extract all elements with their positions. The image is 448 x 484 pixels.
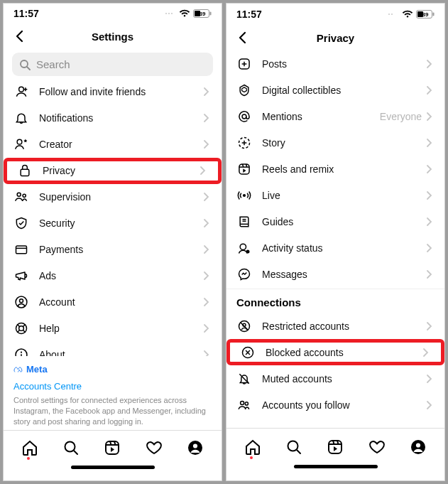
row-messages[interactable]: Messages: [226, 261, 444, 287]
row-label: Muted accounts: [262, 373, 426, 384]
row-label: Story: [262, 137, 426, 149]
row-supervision[interactable]: Supervision: [4, 184, 222, 210]
accounts-follow-icon: [236, 397, 252, 413]
nav-home-icon[interactable]: [243, 437, 263, 457]
section-header-connections: Connections: [226, 289, 444, 313]
privacy-list: PostsDigital collectiblesMentionsEveryon…: [226, 50, 444, 428]
row-help[interactable]: Help: [4, 316, 222, 342]
chevron-right-icon: [203, 139, 212, 149]
phone-settings: 11:57 39 Settings Search Follow and invi…: [3, 3, 222, 481]
row-posts[interactable]: Posts: [226, 50, 444, 77]
row-blocked-accounts[interactable]: Blocked accounts: [226, 339, 444, 365]
row-privacy[interactable]: Privacy: [4, 158, 222, 184]
row-story[interactable]: Story: [226, 129, 444, 156]
row-live[interactable]: Live: [226, 182, 444, 208]
chevron-right-icon: [426, 190, 435, 200]
row-guides[interactable]: Guides: [226, 208, 444, 235]
search-input[interactable]: Search: [12, 53, 213, 76]
phone-privacy: 11:57 39 Privacy PostsDigital collectibl…: [226, 3, 445, 481]
svg-point-27: [21, 352, 22, 353]
row-ads[interactable]: Ads: [4, 263, 222, 289]
home-indicator: [226, 465, 444, 480]
row-label: Messages: [262, 269, 426, 280]
search-icon: [19, 59, 31, 70]
row-payments[interactable]: Payments: [4, 237, 222, 263]
chevron-right-icon: [203, 244, 212, 254]
status-bar: 11:57 39: [4, 4, 222, 24]
nav-reels-icon[interactable]: [325, 437, 345, 457]
row-label: Ads: [39, 270, 203, 281]
lock-icon: [17, 163, 33, 178]
row-about[interactable]: About: [4, 342, 222, 356]
nav-search-icon[interactable]: [284, 437, 304, 457]
chevron-right-icon: [426, 138, 435, 148]
page-title: Settings: [4, 31, 222, 43]
row-follow-and-invite-friends[interactable]: Follow and invite friends: [4, 79, 222, 105]
row-mentions[interactable]: MentionsEveryone: [226, 103, 444, 129]
guides-icon: [236, 214, 252, 230]
row-creator[interactable]: Creator: [4, 131, 222, 158]
row-muted-accounts[interactable]: Muted accounts: [226, 365, 444, 392]
card-icon: [13, 242, 29, 257]
back-button[interactable]: [234, 28, 252, 47]
page-title: Privacy: [226, 32, 444, 44]
bottom-nav: [4, 430, 222, 466]
chevron-right-icon: [426, 112, 435, 122]
settings-list: Follow and invite friendsNotificationsCr…: [4, 79, 222, 356]
svg-point-46: [242, 114, 246, 119]
row-account[interactable]: Account: [4, 289, 222, 316]
nav-activity-icon[interactable]: [367, 437, 387, 457]
row-label: Restricted accounts: [262, 321, 426, 332]
row-label: Blocked accounts: [266, 347, 422, 358]
row-reels-and-remix[interactable]: Reels and remix: [226, 156, 444, 182]
svg-rect-5: [210, 12, 212, 16]
at-icon: [236, 109, 252, 124]
carrier-dots-icon: [388, 11, 399, 17]
svg-point-21: [19, 326, 24, 331]
svg-rect-71: [329, 441, 342, 453]
activity-status-icon: [236, 240, 252, 256]
clock: 11:57: [236, 9, 262, 20]
accounts-centre-link[interactable]: Accounts Centre: [13, 380, 212, 393]
chevron-right-icon: [426, 59, 435, 69]
back-button[interactable]: [11, 27, 29, 45]
supervision-icon: [13, 189, 29, 205]
svg-point-2: [171, 13, 173, 14]
row-label: Supervision: [39, 191, 203, 203]
chevron-right-icon: [422, 348, 431, 357]
svg-rect-13: [21, 170, 29, 176]
nav-activity-icon[interactable]: [144, 438, 164, 458]
svg-point-58: [240, 244, 246, 249]
row-digital-collectibles[interactable]: Digital collectibles: [226, 77, 444, 103]
battery-icon: 39: [193, 9, 212, 18]
svg-rect-16: [16, 246, 27, 254]
row-label: Security: [39, 217, 203, 229]
svg-point-67: [241, 401, 244, 404]
story-plus-icon: [236, 135, 252, 151]
status-icons: 39: [388, 10, 435, 18]
row-value: Everyone: [380, 111, 422, 122]
restricted-icon: [236, 318, 252, 334]
row-notifications[interactable]: Notifications: [4, 105, 222, 131]
row-accounts-you-follow[interactable]: Accounts you follow: [226, 392, 444, 418]
chevron-right-icon: [203, 87, 212, 97]
chevron-right-icon: [203, 297, 212, 307]
chevron-right-icon: [426, 269, 435, 279]
row-label: Follow and invite friends: [39, 86, 203, 97]
nav-home-icon[interactable]: [20, 438, 40, 458]
chevron-right-icon: [203, 113, 212, 123]
add-person-icon: [13, 84, 29, 100]
row-security[interactable]: Security: [4, 210, 222, 237]
row-restricted-accounts[interactable]: Restricted accounts: [226, 313, 444, 339]
status-icons: 39: [165, 9, 212, 18]
row-activity-status[interactable]: Activity status: [226, 235, 444, 261]
nav-search-icon[interactable]: [61, 438, 81, 458]
nav-profile-icon[interactable]: [408, 437, 428, 457]
chevron-right-icon: [426, 164, 435, 174]
nav-reels-icon[interactable]: [102, 438, 122, 458]
row-label: Live: [262, 190, 426, 201]
battery-icon: 39: [416, 10, 435, 18]
row-label: Account: [39, 296, 203, 308]
nav-profile-icon[interactable]: [185, 438, 205, 458]
chevron-right-icon: [203, 350, 212, 356]
